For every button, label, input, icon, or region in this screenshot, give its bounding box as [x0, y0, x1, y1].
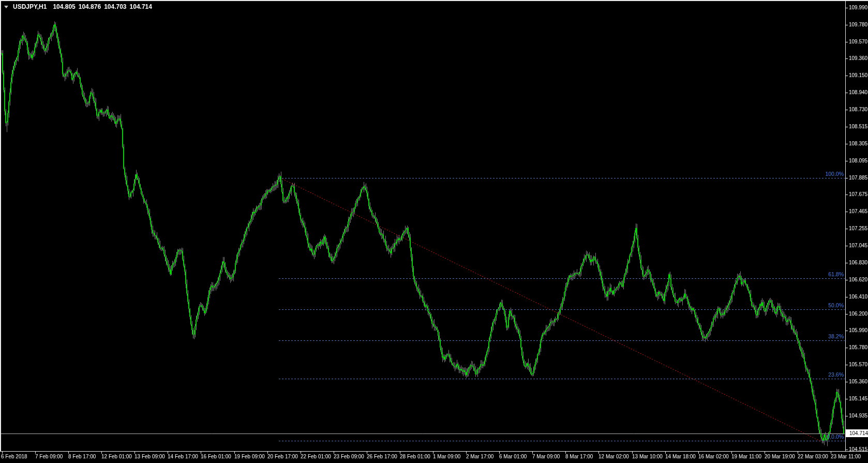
price-tick-mark — [845, 93, 848, 93]
time-tick-label: 23 Feb 09:00 — [334, 454, 364, 459]
price-tick-label: 108.730 — [849, 107, 867, 112]
price-tick-mark — [845, 229, 848, 229]
fib-level-label[interactable]: 61.8% — [828, 271, 844, 277]
fib-level-label[interactable]: 38.2% — [828, 333, 844, 339]
price-tick-mark — [845, 280, 848, 280]
price-tick-mark — [845, 144, 848, 144]
price-tick-mark — [845, 178, 848, 178]
price-tick-label: 109.570 — [849, 39, 867, 44]
quote-low: 104.703 — [104, 3, 126, 10]
price-tick-label: 106.200 — [849, 311, 867, 317]
price-tick-mark — [845, 331, 848, 331]
price-tick-mark — [845, 8, 848, 8]
chart-frame-left — [0, 0, 1, 451]
price-tick-mark — [845, 246, 848, 246]
price-tick-label: 104.515 — [849, 446, 867, 452]
time-tick-label: 13 Mar 10:00 — [632, 454, 663, 459]
price-tick-mark — [845, 25, 848, 25]
price-tick-mark — [845, 314, 848, 315]
time-tick-label: 6 Feb 2018 — [1, 454, 27, 459]
time-tick-label: 26 Feb 17:00 — [367, 454, 397, 459]
time-tick-label: 6 Mar 01:00 — [499, 454, 527, 459]
current-price-box: 104.714 — [846, 429, 868, 437]
quote-high: 104.876 — [79, 3, 101, 10]
price-chart-canvas[interactable] — [0, 0, 868, 463]
symbol-timeframe-label: USDJPY,H1 — [13, 3, 47, 10]
time-tick-label: 1 Mar 09:00 — [433, 454, 460, 459]
price-tick-mark — [845, 42, 848, 42]
price-tick-mark — [845, 127, 848, 127]
chart-info-line: USDJPY,H1 104.805 104.876 104.703 104.71… — [4, 3, 155, 10]
time-tick-label: 7 Feb 09:00 — [35, 454, 63, 459]
quote-open: 104.805 — [53, 3, 75, 10]
time-tick-label: 2 Mar 17:00 — [466, 454, 493, 459]
price-tick-mark — [845, 161, 848, 161]
symbol-dropdown-icon[interactable] — [4, 6, 8, 8]
time-tick-label: 20 Mar 19:00 — [765, 454, 795, 459]
price-tick-label: 105.990 — [849, 327, 867, 333]
fib-level-label[interactable]: 0,0.0% — [827, 434, 844, 440]
time-tick-label: 19 Mar 11:00 — [731, 454, 761, 459]
price-tick-label: 105.145 — [849, 396, 867, 401]
price-tick-mark — [845, 348, 848, 348]
price-tick-label: 107.255 — [849, 226, 867, 231]
time-tick-label: 16 Mar 02:00 — [698, 454, 729, 459]
time-tick-label: 8 Feb 17:00 — [68, 454, 96, 459]
time-axis-separator — [0, 451, 868, 452]
price-tick-mark — [845, 450, 848, 450]
price-tick-mark — [845, 110, 848, 110]
time-tick-label: 22 Feb 01:00 — [301, 454, 331, 459]
time-tick-label: 7 Mar 09:00 — [532, 454, 560, 459]
time-tick-label: 22 Mar 03:00 — [798, 454, 828, 459]
price-tick-mark — [845, 382, 848, 382]
time-tick-label: 20 Feb 17:00 — [267, 454, 298, 459]
time-tick-label: 12 Feb 01:00 — [101, 454, 132, 459]
price-tick-mark — [845, 263, 848, 263]
time-tick-label: 28 Feb 01:00 — [400, 454, 430, 459]
price-axis-separator — [845, 1, 846, 451]
price-tick-mark — [845, 58, 848, 59]
price-tick-mark — [845, 416, 848, 416]
price-tick-mark — [845, 195, 848, 195]
time-tick-label: 14 Feb 17:00 — [168, 454, 198, 459]
price-tick-label: 109.360 — [849, 55, 867, 61]
price-tick-label: 107.465 — [849, 208, 867, 214]
time-tick-label: 14 Mar 18:00 — [665, 454, 696, 459]
price-tick-mark — [845, 297, 848, 297]
price-tick-mark — [845, 399, 848, 399]
fib-level-label[interactable]: 50.0% — [828, 302, 844, 308]
price-tick-mark — [845, 365, 848, 365]
price-tick-label: 109.150 — [849, 72, 867, 78]
price-tick-label: 106.620 — [849, 277, 867, 282]
price-tick-label: 109.990 — [849, 5, 867, 10]
price-tick-label: 109.780 — [849, 22, 867, 27]
fib-level-label[interactable]: 23.6% — [828, 371, 844, 378]
time-tick-label: 16 Feb 01:00 — [201, 454, 231, 459]
quote-close: 104.714 — [130, 3, 152, 10]
price-tick-label: 104.935 — [849, 413, 867, 419]
price-tick-label: 107.885 — [849, 175, 867, 181]
time-tick-label: 23 Mar 11:00 — [831, 454, 861, 459]
time-tick-label: 13 Feb 09:00 — [134, 454, 165, 459]
time-tick-label: 8 Mar 17:00 — [565, 454, 593, 459]
mt4-chart-window: USDJPY,H1 104.805 104.876 104.703 104.71… — [0, 0, 868, 463]
price-tick-label: 108.515 — [849, 124, 867, 129]
price-tick-label: 105.780 — [849, 345, 867, 350]
price-tick-label: 108.305 — [849, 141, 867, 146]
price-tick-mark — [845, 212, 848, 212]
price-tick-label: 106.830 — [849, 260, 867, 265]
current-price-label: 104.714 — [849, 430, 868, 436]
time-tick-label: 19 Feb 09:00 — [234, 454, 265, 459]
price-tick-label: 105.570 — [849, 362, 867, 367]
price-tick-label: 106.410 — [849, 294, 867, 300]
time-tick-label: 12 Mar 02:00 — [598, 454, 629, 459]
price-tick-label: 107.675 — [849, 191, 867, 197]
price-tick-label: 107.045 — [849, 243, 867, 248]
fib-level-label[interactable]: 100.0% — [825, 171, 844, 177]
price-tick-label: 105.360 — [849, 379, 867, 384]
price-tick-mark — [845, 76, 848, 76]
price-tick-label: 108.940 — [849, 89, 867, 95]
chart-frame-top — [0, 0, 868, 1]
price-tick-label: 108.095 — [849, 158, 867, 163]
